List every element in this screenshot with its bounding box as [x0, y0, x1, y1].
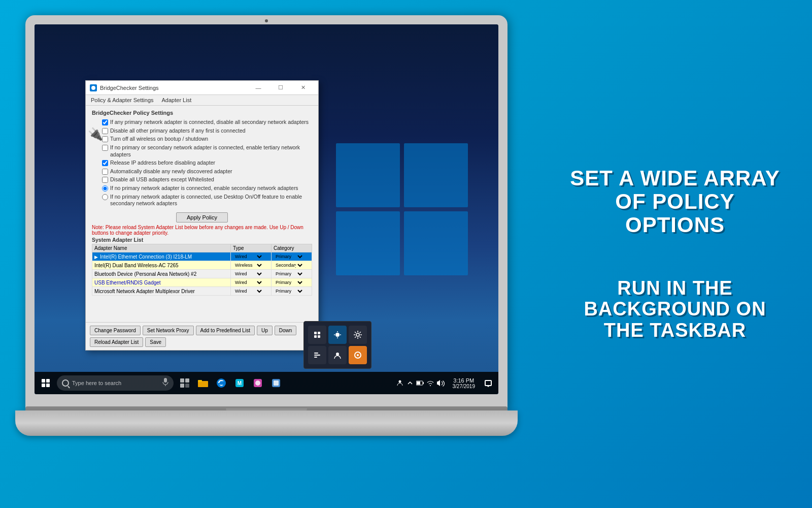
bottom-button-bar: Change Password Set Network Proxy Add to… — [86, 322, 318, 350]
adapter-name-3: Bluetooth Device (Personal Area Network)… — [92, 270, 231, 278]
cat-select-1[interactable]: Primary — [274, 253, 304, 260]
start-icon — [42, 379, 50, 387]
cat-select-2[interactable]: Secondary — [274, 262, 304, 268]
taskbar-right-area: 3:16 PM 3/27/2019 — [393, 372, 499, 394]
col-header-name: Adapter Name — [92, 244, 231, 252]
taskbar-search-bar[interactable]: Type here to search — [57, 375, 174, 391]
window-app-icon — [90, 84, 97, 91]
checkbox-6[interactable] — [102, 169, 108, 175]
svg-text:M: M — [238, 380, 242, 386]
app1-button[interactable]: M — [230, 374, 249, 392]
checkbox-7[interactable] — [102, 177, 108, 183]
laptop-shell: BridgeChecker Settings — ☐ ✕ Policy & Ad… — [25, 15, 523, 472]
cat-select-3[interactable]: Primary — [274, 271, 304, 277]
svg-rect-3 — [314, 335, 317, 338]
adapter-type-4: Wired — [231, 278, 272, 287]
network-icon[interactable] — [426, 379, 434, 387]
svg-point-5 — [335, 333, 340, 337]
checkbox-5[interactable] — [102, 160, 108, 166]
mic-icon[interactable] — [162, 378, 168, 388]
win-logo-pane-bl — [336, 211, 400, 275]
checkbox-row-3: Turn off all wireless on bootup / shutdo… — [102, 136, 312, 143]
tab-adapter-list[interactable]: Adapter List — [160, 96, 194, 104]
tab-policy-adapter[interactable]: Policy & Adapter Settings — [89, 96, 156, 104]
svg-rect-27 — [274, 380, 279, 386]
change-password-button[interactable]: Change Password — [90, 326, 141, 335]
systray-popup-icon-6-active[interactable] — [349, 346, 367, 364]
adapter-table: Adapter Name Type Category ▶Intel(R) Eth… — [92, 244, 312, 296]
up-button[interactable]: Up — [257, 326, 273, 335]
svg-rect-31 — [423, 382, 424, 384]
minimize-button[interactable]: — — [247, 81, 269, 95]
adapter-row-2[interactable]: Intel(R) Dual Band Wireless-AC 7265 Wire… — [92, 261, 312, 270]
adapter-row-3[interactable]: Bluetooth Device (Personal Area Network)… — [92, 270, 312, 278]
clock-time: 3:16 PM — [453, 377, 474, 384]
add-to-predefined-button[interactable]: Add to Predefined List — [196, 326, 255, 335]
set-network-proxy-button[interactable]: Set Network Proxy — [143, 326, 194, 335]
app3-button[interactable] — [267, 374, 285, 392]
windows-logo — [336, 143, 468, 275]
cat-select-5[interactable]: Primary — [274, 288, 304, 294]
chevron-up-icon[interactable] — [406, 379, 414, 387]
systray-popup-icon-1[interactable] — [308, 326, 326, 344]
down-button[interactable]: Down — [275, 326, 297, 335]
adapter-name-4: USB Ethernet/RNDIS Gadget — [92, 278, 231, 287]
notification-icon — [485, 380, 492, 386]
notification-button[interactable] — [480, 372, 496, 394]
checkbox-label-5: Release IP address before disabling adap… — [110, 160, 215, 167]
adapter-type-3: Wired — [231, 270, 272, 278]
systray-popup-icon-4[interactable] — [308, 346, 326, 364]
save-button[interactable]: Save — [145, 337, 166, 347]
reload-adapter-button[interactable]: Reload Adapter List — [90, 337, 143, 347]
svg-point-0 — [91, 86, 95, 90]
type-select-1[interactable]: Wired — [233, 253, 263, 260]
maximize-button[interactable]: ☐ — [269, 81, 292, 95]
edge-browser-button[interactable] — [212, 374, 230, 392]
radio-1[interactable] — [102, 185, 108, 192]
window-menu-bar: Policy & Adapter Settings Adapter List — [86, 95, 318, 106]
clock-block[interactable]: 3:16 PM 3/27/2019 — [449, 372, 480, 394]
close-button[interactable]: ✕ — [292, 81, 314, 95]
type-select-2[interactable]: Wireless — [233, 262, 263, 268]
systray-popup — [303, 321, 371, 369]
systray-popup-icon-3[interactable] — [349, 326, 367, 344]
search-icon — [62, 379, 69, 387]
adapter-row-4[interactable]: USB Ethernet/RNDIS Gadget Wired Primary — [92, 278, 312, 287]
systray-popup-icon-2[interactable] — [328, 326, 347, 344]
svg-rect-2 — [318, 332, 320, 334]
checkbox-label-2: Disable all other primary adapters if an… — [110, 128, 246, 135]
radio-2[interactable] — [102, 194, 108, 200]
type-select-3[interactable]: Wired — [233, 271, 263, 277]
window-titlebar[interactable]: BridgeChecker Settings — ☐ ✕ — [86, 81, 318, 95]
col-header-category: Category — [272, 244, 312, 252]
type-select-5[interactable]: Wired — [233, 288, 263, 294]
clock-date: 3/27/2019 — [453, 384, 476, 389]
policy-section: 🔌 If any primary network adapter is conn… — [92, 119, 312, 207]
checkbox-row-2: Disable all other primary adapters if an… — [102, 128, 312, 135]
adapter-type-1: Wired — [231, 252, 272, 261]
checkbox-1[interactable] — [102, 119, 108, 125]
checkbox-label-3: Turn off all wireless on bootup / shutdo… — [110, 136, 208, 143]
file-explorer-button[interactable] — [194, 374, 212, 392]
adapter-row-1[interactable]: ▶Intel(R) Ethernet Connection (3) I218-L… — [92, 252, 312, 261]
type-select-4[interactable]: Wired — [233, 279, 263, 285]
adapter-row-5[interactable]: Microsoft Network Adapter Multiplexor Dr… — [92, 287, 312, 296]
svg-point-6 — [356, 333, 359, 336]
volume-icon[interactable] — [436, 379, 445, 387]
taskbar: Type here to search — [35, 372, 498, 394]
person-icon[interactable] — [396, 379, 404, 387]
app2-button[interactable] — [249, 374, 267, 392]
svg-rect-20 — [198, 380, 202, 382]
cat-select-4[interactable]: Primary — [274, 279, 304, 285]
laptop-screen: BridgeChecker Settings — ☐ ✕ Policy & Ad… — [35, 24, 498, 394]
checkbox-row-1: If any primary network adapter is connec… — [102, 119, 312, 126]
svg-rect-8 — [314, 353, 318, 354]
battery-icon[interactable] — [416, 379, 424, 387]
apply-policy-button[interactable]: Apply Policy — [176, 212, 228, 223]
svg-rect-13 — [164, 378, 167, 383]
checkbox-4[interactable] — [102, 145, 108, 151]
task-view-button[interactable] — [176, 374, 194, 392]
start-button[interactable] — [35, 372, 57, 394]
systray-popup-icon-5[interactable] — [328, 346, 347, 364]
svg-rect-15 — [180, 378, 184, 383]
